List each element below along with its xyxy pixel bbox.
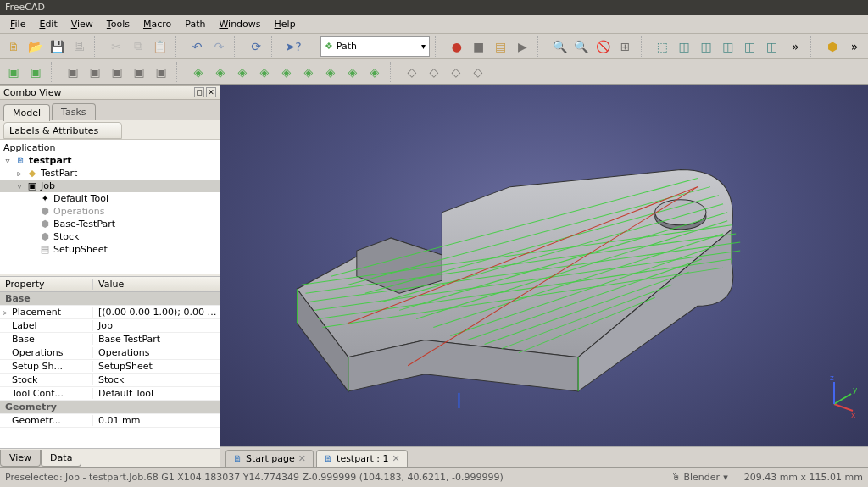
prop-stock[interactable]: StockStock [0,374,220,387]
menu-windows[interactable]: Windows [212,16,267,33]
path-dress-3[interactable]: ◇ [446,62,466,82]
drawstyle-button[interactable]: 🚫 [593,36,614,57]
cut-button[interactable]: ✂ [106,36,126,57]
path-btn-7[interactable]: ▣ [151,62,171,82]
macro-list-button[interactable]: ▤ [491,36,511,57]
model-tree[interactable]: Application ▿ 🗎 testpart ▹ ◆ TestPart ▿ … [0,139,220,274]
macro-record-button[interactable]: ● [447,36,467,57]
path-engrave-button[interactable]: ◈ [298,62,319,82]
whatsthis-button[interactable]: ➤? [283,36,303,57]
prop-toolcont[interactable]: Tool Cont...Default Tool [0,387,220,401]
view-top-button[interactable]: ◫ [696,36,716,57]
path-job-button[interactable]: ▣ [3,62,24,82]
tree-item-setupsheet[interactable]: ▤ SetupSheet [0,243,220,256]
path-btn-5[interactable]: ▣ [107,62,127,82]
path-contour-button[interactable]: ◈ [188,62,209,82]
doc-tab-testpart[interactable]: 🗎 testpart : 1 ✕ [316,450,408,467]
redo-button[interactable]: ↷ [209,36,230,57]
view-right-button[interactable]: ◫ [718,36,738,57]
view-rear-button[interactable]: ◫ [740,36,760,57]
toolbar-overflow-2[interactable]: » [844,36,865,57]
prop-label[interactable]: LabelJob [0,319,220,333]
path-pocket-button[interactable]: ◈ [254,62,275,82]
view-front-button[interactable]: ◫ [674,36,694,57]
workbench-selector[interactable]: ❖ Path ▾ [320,36,430,57]
expand-icon[interactable]: ▹ [0,307,10,317]
toolbar-overflow[interactable]: » [785,36,805,57]
undo-button[interactable]: ↶ [187,36,208,57]
tree-doc[interactable]: ▿ 🗎 testpart [0,154,220,167]
path-profile-button[interactable]: ◈ [210,62,231,82]
path-post-button[interactable]: ▣ [25,62,46,82]
tab-model[interactable]: Model [3,104,50,121]
open-doc-button[interactable]: 📂 [25,36,46,57]
path-btn-3[interactable]: ▣ [63,62,83,82]
tree-item-testpart[interactable]: ▹ ◆ TestPart [0,167,220,180]
path-dress-2[interactable]: ◇ [424,62,444,82]
menu-macro[interactable]: Macro [136,16,178,33]
tree-item-base[interactable]: ⬢ Base-TestPart [0,218,220,230]
tree-item-default-tool[interactable]: ✦ Default Tool [0,192,220,205]
tab-view[interactable]: View [0,450,41,467]
view-fit-sel-button[interactable]: 🔍 [571,36,592,57]
paste-icon: 📋 [153,40,167,53]
tree-root[interactable]: Application [0,141,220,154]
path-3dpocket-button[interactable]: ◈ [364,62,385,82]
view-iso-button[interactable]: ⬚ [652,36,672,57]
prop-placement[interactable]: ▹Placement[(0.00 0.00 1.00); 0.00 °;... [0,306,220,319]
refresh-button[interactable]: ⟳ [246,36,266,57]
tab-tasks[interactable]: Tasks [52,103,95,120]
menu-help[interactable]: Help [268,16,303,33]
menu-view[interactable]: View [64,16,100,33]
part-button[interactable]: ⬢ [822,36,843,57]
doc-icon: 🗎 [324,453,333,464]
tree-item-operations[interactable]: ⬢ Operations [0,205,220,218]
expand-icon[interactable]: ▿ [3,154,12,167]
menu-edit[interactable]: Edit [32,16,64,33]
nav-style-selector[interactable]: 🖱 Blender ▾ [665,469,734,485]
view-bottom-button[interactable]: ◫ [762,36,782,57]
expand-icon[interactable]: ▹ [15,167,24,180]
view-fit-button[interactable]: 🔍 [549,36,570,57]
menu-file[interactable]: File [3,16,32,33]
labels-attrib-header[interactable]: Labels & Attributes [3,122,122,139]
prop-h-property[interactable]: Property [0,279,93,290]
path-drill-button[interactable]: ◈ [276,62,297,82]
tree-item-job[interactable]: ▿ ▣ Job [0,180,220,192]
prop-geometry-tol[interactable]: Geometr...0.01 mm [0,414,220,428]
path-helix-button[interactable]: ◈ [320,62,341,82]
macro-stop-button[interactable]: ■ [469,36,489,57]
chevron-down-icon: ▾ [421,42,426,51]
undock-icon[interactable]: ◻ [194,87,204,97]
new-doc-button[interactable]: 🗎 [3,36,24,57]
path-dress-4[interactable]: ◇ [468,62,488,82]
path-btn-6[interactable]: ▣ [129,62,149,82]
prop-setupsheet[interactable]: Setup Sh...SetupSheet [0,360,220,374]
doc-tab-startpage[interactable]: 🗎 Start page ✕ [225,450,314,467]
copy-button[interactable]: ⧉ [128,36,148,57]
save-button[interactable]: 💾 [47,36,68,57]
separator [271,36,278,57]
menu-tools[interactable]: Tools [100,16,136,33]
collapse-icon[interactable]: ▿ [15,180,24,192]
path-surface-button[interactable]: ◈ [342,62,363,82]
close-icon[interactable]: ✕ [392,453,399,464]
prop-operations[interactable]: OperationsOperations [0,346,220,360]
path-profile2-button[interactable]: ◈ [232,62,253,82]
path-btn-4[interactable]: ▣ [85,62,105,82]
prop-base[interactable]: BaseBase-TestPart [0,333,220,346]
menu-path[interactable]: Path [178,16,212,33]
tree-item-stock[interactable]: ⬢ Stock [0,230,220,243]
3d-viewport[interactable]: x y z [220,85,868,446]
prop-group-geometry[interactable]: Geometry [0,401,220,414]
close-icon[interactable]: ✕ [298,453,306,464]
prop-h-value[interactable]: Value [93,279,129,290]
measure-button[interactable]: ⊞ [615,36,636,57]
path-dress-1[interactable]: ◇ [402,62,422,82]
tab-data[interactable]: Data [41,450,81,467]
close-panel-icon[interactable]: ✕ [206,87,216,97]
print-button[interactable]: 🖶 [69,36,89,57]
macro-play-button[interactable]: ▶ [512,36,532,57]
prop-group-base[interactable]: Base [0,292,220,306]
paste-button[interactable]: 📋 [150,36,170,57]
